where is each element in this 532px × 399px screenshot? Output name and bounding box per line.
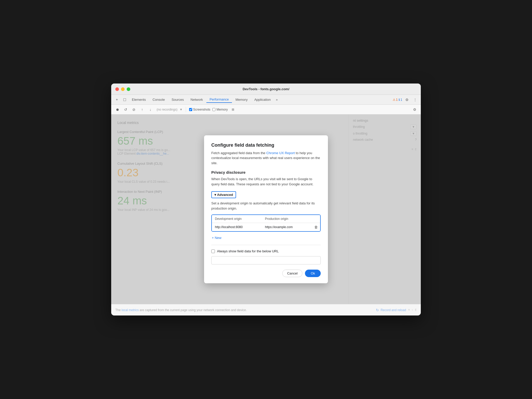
url-input[interactable] xyxy=(211,256,321,264)
dropdown-arrow[interactable]: ▼ xyxy=(180,108,183,111)
cursor-icon[interactable]: ⌖ xyxy=(113,96,120,103)
local-metrics-link[interactable]: local metrics xyxy=(122,308,139,312)
screenshots-label: Screenshots xyxy=(193,108,211,111)
prod-origin-cell: https://example.com xyxy=(262,223,312,231)
warning-icon: ⚠ xyxy=(393,98,396,102)
divider xyxy=(211,245,321,245)
inspect-icon[interactable]: ☐ xyxy=(121,96,128,103)
delete-row-button[interactable]: 🗑 xyxy=(312,223,320,231)
record-reload-label: Record and reload xyxy=(381,308,406,312)
warning-badge: ⚠ 1 xyxy=(393,98,398,102)
screenshots-checkbox[interactable] xyxy=(189,108,192,111)
dev-origin-input[interactable]: http://localhost:8080 xyxy=(215,225,259,229)
dialog-overlay: Configure field data fetching Fetch aggr… xyxy=(111,114,421,304)
dev-origin-cell: http://localhost:8080 xyxy=(212,223,262,231)
download-button[interactable]: ↓ xyxy=(147,106,154,113)
prod-origin-input[interactable]: https://example.com xyxy=(265,225,309,229)
always-show-checkbox[interactable] xyxy=(211,250,215,253)
record-reload-button[interactable]: ↻ Record and reload xyxy=(376,308,406,312)
clear-button[interactable]: ⊘ xyxy=(131,106,137,113)
col2-header: Production origin xyxy=(262,215,312,223)
maximize-button[interactable] xyxy=(127,87,130,91)
tab-elements[interactable]: Elements xyxy=(129,97,149,103)
bottom-right: ↻ Record and reload ⌘ ⇧ E xyxy=(376,308,417,312)
more-options-icon[interactable]: ⋮ xyxy=(412,96,419,103)
refresh-button[interactable]: ↺ xyxy=(123,106,129,113)
tab-sources[interactable]: Sources xyxy=(168,97,187,103)
titlebar: DevTools - fonts.google.com/ xyxy=(111,84,421,95)
memory-checkbox-container: Memory xyxy=(212,108,228,111)
memory-label: Memory xyxy=(216,108,228,111)
upload-button[interactable]: ↑ xyxy=(139,106,145,113)
advanced-label: ▾ Advanced xyxy=(214,193,233,197)
devtools-window: DevTools - fonts.google.com/ ⌖ ☐ Element… xyxy=(111,84,421,315)
privacy-title: Privacy disclosure xyxy=(211,170,321,174)
dialog-title: Configure field data fetching xyxy=(211,143,321,148)
advanced-description: Set a development origin to automaticall… xyxy=(211,201,321,211)
toolbar-separator xyxy=(186,107,186,112)
dialog-desc-before: Fetch aggregated field data from the xyxy=(211,151,266,155)
bottom-text-after: are captured from the current page using… xyxy=(139,308,247,312)
always-show-container: Always show field data for the below URL xyxy=(211,249,321,253)
close-button[interactable] xyxy=(115,87,119,91)
refresh-icon: ↻ xyxy=(376,308,379,312)
info-icon: ℹ xyxy=(399,98,400,102)
add-new-button[interactable]: + New xyxy=(211,236,321,240)
tab-memory[interactable]: Memory xyxy=(232,97,251,103)
col3-header xyxy=(312,215,320,223)
tab-application[interactable]: Application xyxy=(251,97,274,103)
cancel-button[interactable]: Cancel xyxy=(282,270,302,277)
toolbar-right: ⚙ xyxy=(412,106,418,113)
tab-performance[interactable]: Performance xyxy=(206,96,232,103)
bottom-text-before: The xyxy=(115,308,122,312)
dialog-buttons: Cancel Ok xyxy=(211,270,321,277)
origin-table: Development origin Production origin htt… xyxy=(211,214,321,232)
origin-table-header: Development origin Production origin xyxy=(212,215,320,223)
more-tabs-button[interactable]: » xyxy=(274,97,279,103)
toolbar: ⏺ ↺ ⊘ ↑ ↓ (no recordings) ▼ Screenshots … xyxy=(111,105,421,114)
always-show-label: Always show field data for the below URL xyxy=(217,249,279,253)
filmstrip-icon[interactable]: ⊞ xyxy=(230,106,236,113)
traffic-lights xyxy=(115,87,130,91)
window-title: DevTools - fonts.google.com/ xyxy=(243,87,289,91)
no-recordings-label: (no recordings) xyxy=(157,108,178,111)
info-badge: ℹ 1 xyxy=(399,98,402,102)
chrome-ux-report-link[interactable]: Chrome UX Report xyxy=(266,151,295,155)
minimize-button[interactable] xyxy=(121,87,125,91)
toolbar-settings-icon[interactable]: ⚙ xyxy=(412,106,418,113)
advanced-toggle[interactable]: ▾ Advanced xyxy=(211,191,236,198)
bottom-text: The local metrics are captured from the … xyxy=(115,308,247,312)
record-button[interactable]: ⏺ xyxy=(114,106,120,113)
memory-checkbox[interactable] xyxy=(212,108,215,111)
screenshots-checkbox-container: Screenshots xyxy=(189,108,211,111)
table-row: http://localhost:8080 https://example.co… xyxy=(212,223,320,231)
tab-network[interactable]: Network xyxy=(188,97,206,103)
add-new-label: + New xyxy=(212,236,221,240)
ok-button[interactable]: Ok xyxy=(305,270,321,277)
tab-icons-right: ⚠ 1 ℹ 1 ⚙ ⋮ xyxy=(393,96,419,103)
bottom-kbd: ⌘ ⇧ E xyxy=(408,308,417,312)
col1-header: Development origin xyxy=(212,215,262,223)
settings-icon[interactable]: ⚙ xyxy=(403,96,410,103)
main-content: Local metrics Largest Contentful Paint (… xyxy=(111,114,421,304)
tabbar: ⌖ ☐ Elements Console Sources Network Per… xyxy=(111,95,421,105)
bottom-bar: The local metrics are captured from the … xyxy=(111,304,421,315)
tab-console[interactable]: Console xyxy=(149,97,168,103)
dialog-description: Fetch aggregated field data from the Chr… xyxy=(211,151,321,166)
privacy-text: When DevTools is open, the URLs you visi… xyxy=(211,177,321,187)
configure-dialog: Configure field data fetching Fetch aggr… xyxy=(204,135,328,284)
